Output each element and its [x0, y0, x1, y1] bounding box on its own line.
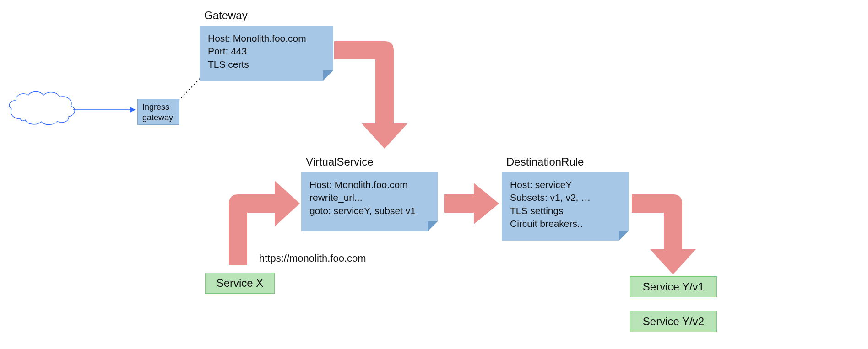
service-x-label: Service X [217, 277, 264, 290]
service-y-v2-box: Service Y/v2 [630, 311, 717, 332]
ingress-gateway-box: Ingress gateway [137, 99, 179, 125]
servicex-url: https://monolith.foo.com [259, 252, 366, 264]
dr-host: Host: serviceY [510, 178, 621, 191]
ingress-line1: Ingress [142, 102, 174, 113]
arrow-destinationrule-to-servicey [632, 194, 696, 274]
diagram-canvas: Gateway Host: Monolith.foo.com Port: 443… [0, 0, 868, 349]
destinationrule-note: Host: serviceY Subsets: v1, v2, … TLS se… [502, 172, 629, 241]
ingress-line2: gateway [142, 113, 174, 123]
arrow-gateway-to-virtualservice [334, 41, 407, 149]
dr-tls: TLS settings [510, 204, 621, 217]
virtualservice-title: VirtualService [306, 156, 374, 168]
arrow-virtualservice-to-destinationrule [444, 183, 499, 224]
service-y-v2-label: Service Y/v2 [643, 315, 704, 328]
gateway-tls: TLS certs [208, 58, 325, 71]
service-y-v1-label: Service Y/v1 [643, 280, 704, 293]
vs-host: Host: Monolith.foo.com [309, 178, 429, 191]
gateway-host: Host: Monolith.foo.com [208, 32, 325, 45]
destinationrule-title: DestinationRule [506, 156, 584, 168]
dotted-ingress-to-gateway [179, 78, 201, 101]
gateway-note: Host: Monolith.foo.com Port: 443 TLS cer… [200, 26, 333, 81]
vs-rewrite: rewrite_url... [309, 191, 429, 204]
gateway-title: Gateway [204, 9, 248, 22]
dr-subsets: Subsets: v1, v2, … [510, 191, 621, 204]
dr-circuit: Circuit breakers.. [510, 217, 621, 230]
virtualservice-note: Host: Monolith.foo.com rewrite_url... go… [301, 172, 438, 231]
vs-goto: goto: serviceY, subset v1 [309, 204, 429, 217]
service-x-box: Service X [205, 273, 275, 294]
gateway-port: Port: 443 [208, 45, 325, 58]
cloud-icon [9, 92, 75, 125]
service-y-v1-box: Service Y/v1 [630, 276, 717, 297]
